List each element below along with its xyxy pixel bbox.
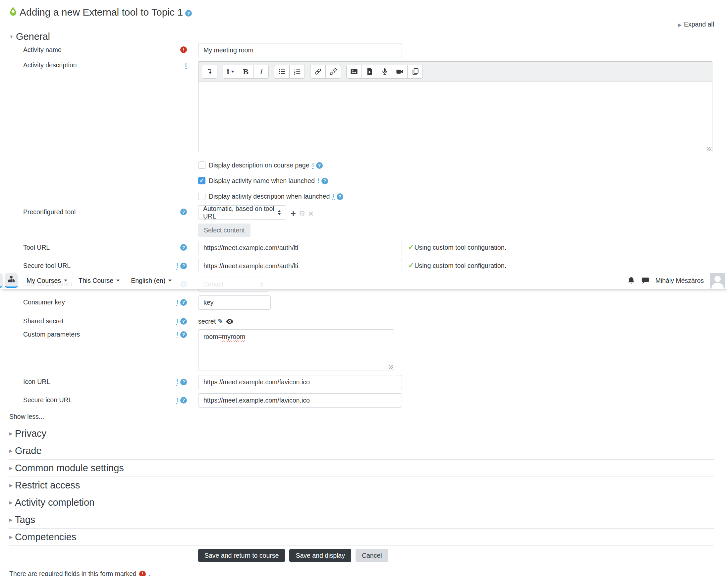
course-index-button[interactable] xyxy=(5,273,18,288)
misspelled-word: myroom xyxy=(222,333,245,340)
page-header: Adding a new External tool to Topic 1 ? xyxy=(9,5,728,20)
secure-icon-url-input[interactable] xyxy=(198,393,402,407)
chevron-right-icon: ▶ xyxy=(9,448,12,453)
resize-handle[interactable] xyxy=(389,365,393,369)
help-icon[interactable]: ? xyxy=(322,178,328,184)
display-activity-name-checkbox[interactable] xyxy=(198,177,206,184)
nav-menu-my-courses[interactable]: My Courses xyxy=(27,277,67,285)
add-tool-icon[interactable]: + xyxy=(291,209,296,218)
activity-name-input[interactable] xyxy=(198,43,402,57)
section-title: Common module settings xyxy=(15,463,124,473)
record-video-icon[interactable] xyxy=(392,65,407,79)
paragraph-styles-icon[interactable]: i xyxy=(223,65,238,79)
chevron-right-icon: ▶ xyxy=(678,22,681,28)
italic-icon[interactable]: I xyxy=(253,65,269,79)
description-editor-textbox[interactable] xyxy=(199,82,712,152)
chevron-right-icon: ▶ xyxy=(9,483,12,488)
ordered-list-icon[interactable]: 123 xyxy=(289,65,305,79)
chat-icon[interactable] xyxy=(641,277,649,285)
section-common-module-settings[interactable]: ▶ Common module settings xyxy=(9,460,714,477)
bold-icon[interactable]: B xyxy=(238,65,253,79)
section-privacy[interactable]: ▶ Privacy xyxy=(9,425,714,442)
section-activity-completion[interactable]: ▶ Activity completion xyxy=(9,494,714,511)
chevron-right-icon: ▶ xyxy=(9,466,12,470)
bell-icon[interactable] xyxy=(627,277,635,285)
manage-files-icon[interactable] xyxy=(407,65,423,79)
required-icon: ! xyxy=(180,47,187,53)
section-general-title: General xyxy=(16,31,50,42)
display-activity-description-checkbox[interactable] xyxy=(198,193,206,200)
save-and-return-button[interactable]: Save and return to course xyxy=(198,549,285,562)
edit-tool-icon[interactable]: ⚙ xyxy=(299,210,305,217)
resize-handle[interactable] xyxy=(707,147,711,151)
tool-url-input[interactable] xyxy=(198,241,402,255)
help-icon[interactable]: ? xyxy=(180,263,187,269)
show-less-link[interactable]: Show less... xyxy=(9,413,728,422)
cancel-button[interactable]: Cancel xyxy=(356,549,388,562)
help-icon[interactable]: ? xyxy=(180,299,187,306)
section-title: Tags xyxy=(15,514,35,525)
secure-tool-url-input[interactable] xyxy=(198,259,402,273)
tool-url-label: Tool URL xyxy=(23,244,50,251)
consumer-key-input[interactable] xyxy=(198,295,271,310)
advanced-field-icon: ! xyxy=(176,318,178,325)
section-competencies[interactable]: ▶ Competencies xyxy=(9,528,714,546)
section-general-toggle[interactable]: ▼ General xyxy=(9,30,728,43)
help-icon[interactable]: ? xyxy=(180,331,187,338)
delete-tool-icon[interactable]: × xyxy=(308,209,313,218)
section-title: Restrict access xyxy=(15,480,80,491)
nav-menu-this-course[interactable]: This Course xyxy=(79,277,120,285)
floating-navbar: My Courses This Course English (en) Mihá… xyxy=(0,272,728,289)
chevron-down-icon xyxy=(64,280,67,282)
help-icon[interactable]: ? xyxy=(337,193,343,200)
preconfigured-tool-select[interactable]: Automatic, based on tool URL xyxy=(198,205,286,220)
custom-parameters-label: Custom parameters xyxy=(23,330,80,338)
link-icon[interactable] xyxy=(310,65,326,79)
required-fields-note-period: . xyxy=(148,570,150,576)
help-icon[interactable]: ? xyxy=(180,397,187,404)
insert-image-icon[interactable] xyxy=(346,65,362,79)
avatar[interactable] xyxy=(710,273,725,288)
display-description-checkbox[interactable] xyxy=(198,162,206,169)
nav-tab-partial[interactable] xyxy=(0,273,3,288)
unordered-list-icon[interactable] xyxy=(274,65,290,79)
unlink-icon[interactable] xyxy=(325,65,341,79)
section-grade[interactable]: ▶ Grade xyxy=(9,442,714,460)
select-content-button[interactable]: Select content xyxy=(198,224,250,237)
help-icon[interactable]: ? xyxy=(180,244,187,251)
icon-url-input[interactable] xyxy=(198,375,402,389)
display-activity-description-label[interactable]: Display activity description when launch… xyxy=(209,193,330,200)
shared-secret-label: Shared secret xyxy=(23,317,63,325)
display-description-label[interactable]: Display description on course page xyxy=(209,162,309,169)
nav-menu-language[interactable]: English (en) xyxy=(131,277,172,285)
expand-all-link[interactable]: ▶Expand all xyxy=(678,21,714,28)
description-editor: i B I 123 xyxy=(198,61,712,152)
help-icon[interactable]: ? xyxy=(316,162,323,169)
advanced-field-icon: ! xyxy=(332,193,334,200)
section-tags[interactable]: ▶ Tags xyxy=(9,511,714,528)
tool-url-status: Using custom tool configuration. xyxy=(414,244,506,251)
required-icon: ! xyxy=(139,571,146,576)
section-restrict-access[interactable]: ▶ Restrict access xyxy=(9,477,714,494)
collapse-toolbar-icon[interactable] xyxy=(202,65,217,79)
record-audio-icon[interactable] xyxy=(377,65,392,79)
check-icon: ✓ xyxy=(408,262,414,269)
help-icon[interactable]: ? xyxy=(180,208,187,215)
chevron-right-icon: ▶ xyxy=(9,431,12,436)
title-help-icon[interactable]: ? xyxy=(185,10,192,17)
help-icon[interactable]: ? xyxy=(180,318,187,325)
edit-pencil-icon[interactable]: ✎ xyxy=(217,317,223,325)
custom-parameters-textarea[interactable]: room=myroom xyxy=(198,329,394,370)
collapsed-sections: ▶ Privacy ▶ Grade ▶ Common module settin… xyxy=(9,425,714,546)
save-and-display-button[interactable]: Save and display xyxy=(289,549,351,562)
reveal-eye-icon[interactable] xyxy=(226,319,233,324)
advanced-field-icon: ! xyxy=(317,177,320,185)
advanced-field-icon: ! xyxy=(312,162,314,169)
help-icon[interactable]: ? xyxy=(180,379,187,385)
display-activity-name-label[interactable]: Display activity name when launched xyxy=(209,177,315,185)
activity-description-label: Activity description xyxy=(23,61,77,69)
insert-media-icon[interactable] xyxy=(362,65,377,79)
secure-icon-url-label: Secure icon URL xyxy=(23,396,72,404)
external-tool-form-page: Adding a new External tool to Topic 1 ? … xyxy=(0,0,728,576)
user-name[interactable]: Mihály Mészáros xyxy=(656,277,704,285)
